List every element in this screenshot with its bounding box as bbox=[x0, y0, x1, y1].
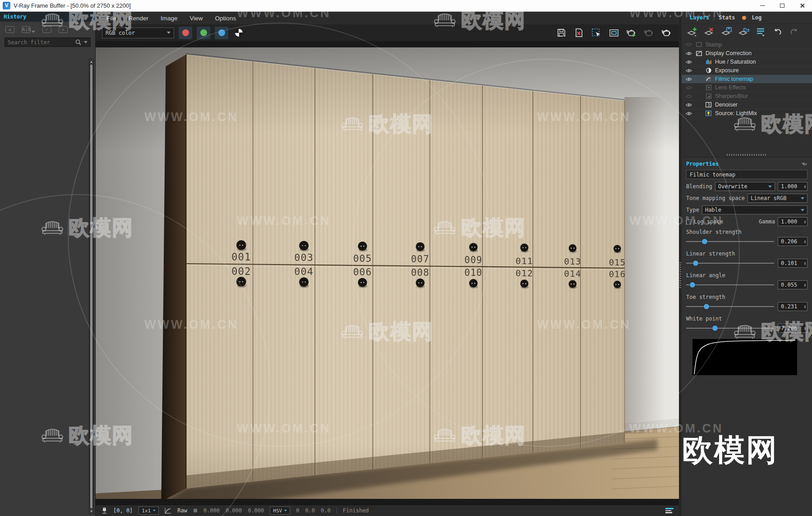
linear-strength-spinner[interactable]: 0.101 ▲▼ bbox=[778, 259, 807, 268]
spinner-arrows-icon[interactable]: ▲▼ bbox=[804, 220, 806, 223]
vertical-splitter[interactable] bbox=[679, 12, 682, 516]
channel-selector-dropdown[interactable]: RGB color bbox=[102, 28, 174, 38]
white-point-slider[interactable] bbox=[686, 325, 774, 331]
layer-row-denoiser[interactable]: Denoiser bbox=[682, 100, 812, 109]
chevron-down-icon bbox=[801, 209, 804, 211]
redo-button[interactable] bbox=[789, 27, 799, 37]
save-image-button[interactable] bbox=[555, 27, 567, 39]
color-model-dropdown[interactable]: HSV bbox=[270, 507, 290, 515]
scrollbar-thumb[interactable] bbox=[90, 65, 92, 508]
lens-effects-layer-icon bbox=[705, 85, 712, 91]
slider-thumb[interactable] bbox=[704, 304, 709, 309]
add-layer-button[interactable] bbox=[687, 27, 698, 37]
visibility-toggle-icon[interactable] bbox=[685, 103, 692, 107]
layer-options-button[interactable] bbox=[756, 27, 766, 37]
menu-view[interactable]: View bbox=[190, 15, 203, 22]
load-layer-tree-button[interactable] bbox=[738, 27, 749, 37]
properties-options-icon[interactable]: ◥▾ bbox=[802, 161, 807, 167]
set-b-button[interactable]: ✕ bbox=[59, 26, 68, 33]
layer-name-field[interactable]: Filmic tonemap bbox=[686, 170, 807, 179]
menu-image[interactable]: Image bbox=[161, 15, 178, 22]
layer-row-display-correction[interactable]: Display Correction bbox=[682, 49, 812, 57]
tab-layers[interactable]: Layers bbox=[686, 13, 713, 23]
blending-amount-spinner[interactable]: 1.000 ▲▼ bbox=[778, 182, 807, 191]
maximize-button[interactable] bbox=[772, 0, 792, 11]
slider-thumb[interactable] bbox=[702, 239, 707, 244]
zoom-level-dropdown[interactable]: 1x1 bbox=[138, 507, 159, 515]
layer-row-filmic-tonemap[interactable]: Filmic tonemap bbox=[682, 74, 812, 83]
spinner-arrows-icon[interactable]: ▲▼ bbox=[804, 326, 806, 330]
compare-ab-button[interactable]: A|B bbox=[22, 26, 35, 33]
region-render-button[interactable] bbox=[608, 27, 620, 39]
shoulder-strength-slider[interactable] bbox=[686, 239, 774, 244]
visibility-toggle-icon[interactable] bbox=[685, 60, 692, 64]
slider-thumb[interactable] bbox=[693, 260, 698, 266]
set-a-button[interactable]: ✓ bbox=[42, 26, 51, 33]
spinner-arrows-icon[interactable]: ▲▼ bbox=[804, 240, 806, 243]
stop-render-button[interactable] bbox=[643, 27, 655, 39]
stats-toggle-icon[interactable] bbox=[665, 507, 674, 514]
pixel-probe-lock-icon[interactable] bbox=[101, 507, 107, 514]
visibility-toggle-icon[interactable] bbox=[685, 69, 692, 73]
history-list[interactable] bbox=[0, 47, 95, 516]
white-point-spinner[interactable]: 7.206 ▲▼ bbox=[778, 324, 807, 333]
layer-row-stamp[interactable]: Stamp bbox=[682, 40, 812, 49]
slider-thumb[interactable] bbox=[712, 325, 718, 331]
visibility-toggle-icon[interactable] bbox=[685, 86, 692, 90]
shoulder-strength-spinner[interactable]: 0.206 ▲▼ bbox=[778, 237, 807, 246]
gamma-spinner[interactable]: 1.000 ▲▼ bbox=[778, 217, 807, 226]
layer-row-source-lightmix[interactable]: Source: LightMix bbox=[682, 109, 812, 117]
tab-stats[interactable]: Stats bbox=[715, 13, 738, 23]
blue-channel-button[interactable] bbox=[215, 27, 228, 39]
menu-render[interactable]: Render bbox=[129, 15, 148, 22]
type-dropdown[interactable]: Hable bbox=[702, 205, 807, 214]
horizontal-splitter-grip[interactable] bbox=[727, 154, 767, 156]
undo-button[interactable] bbox=[773, 27, 783, 37]
render-viewport[interactable]: 001002 003004 005006 bbox=[96, 41, 679, 505]
spinner-arrows-icon[interactable]: ▲▼ bbox=[804, 305, 806, 308]
green-channel-button[interactable] bbox=[197, 27, 210, 39]
follow-mouse-icon bbox=[591, 28, 601, 38]
layer-row-lens-effects[interactable]: Lens Effects bbox=[682, 83, 812, 92]
linear-strength-slider[interactable] bbox=[686, 260, 774, 266]
history-scrollbar[interactable]: ▲ ▼ bbox=[89, 59, 94, 514]
menu-options[interactable]: Options bbox=[215, 15, 236, 22]
minimize-button[interactable] bbox=[752, 0, 772, 11]
layer-row-hue-saturation[interactable]: Hue / Saturation bbox=[682, 57, 812, 66]
tab-log[interactable]: Log bbox=[748, 13, 765, 23]
layer-row-exposure[interactable]: Exposure bbox=[682, 66, 812, 74]
visibility-toggle-icon[interactable] bbox=[685, 77, 692, 81]
clear-image-button[interactable] bbox=[573, 27, 585, 39]
render-last-button[interactable] bbox=[626, 27, 637, 39]
visibility-toggle-icon[interactable] bbox=[685, 94, 692, 98]
visibility-toggle-icon[interactable] bbox=[685, 42, 692, 46]
spinner-arrows-icon[interactable]: ▲▼ bbox=[804, 283, 806, 287]
red-channel-button[interactable] bbox=[179, 27, 192, 39]
mono-channel-button[interactable] bbox=[233, 27, 245, 39]
toe-strength-slider[interactable] bbox=[686, 304, 774, 309]
visibility-toggle-icon[interactable] bbox=[685, 112, 692, 116]
search-options-chevron-icon[interactable] bbox=[84, 41, 88, 43]
delete-layer-button[interactable] bbox=[704, 27, 715, 37]
tone-mapping-space-dropdown[interactable]: Linear sRGB bbox=[747, 194, 807, 203]
linear-angle-slider[interactable] bbox=[686, 282, 774, 288]
spinner-arrows-icon[interactable]: ▲▼ bbox=[804, 261, 806, 265]
linear-angle-spinner[interactable]: 0.055 ▲▼ bbox=[778, 280, 807, 289]
save-to-history-button[interactable]: + bbox=[5, 26, 14, 33]
render-button[interactable] bbox=[661, 27, 673, 39]
splitter-grip[interactable] bbox=[679, 262, 681, 289]
history-search-input[interactable]: Search filter bbox=[5, 37, 91, 47]
layer-row-sharpen-blur[interactable]: Sharpen/Blur bbox=[682, 92, 812, 100]
menu-file[interactable]: File bbox=[106, 15, 116, 22]
save-layer-tree-button[interactable] bbox=[721, 27, 732, 37]
visibility-toggle-icon[interactable] bbox=[685, 51, 692, 56]
blending-dropdown[interactable]: Overwrite bbox=[715, 182, 775, 191]
scroll-up-icon[interactable]: ▲ bbox=[89, 59, 93, 64]
slider-thumb[interactable] bbox=[690, 282, 695, 288]
scroll-down-icon[interactable]: ▼ bbox=[89, 509, 93, 514]
toe-strength-spinner[interactable]: 0.231 ▲▼ bbox=[778, 302, 807, 311]
close-button[interactable] bbox=[792, 0, 812, 11]
region-follow-mouse-button[interactable] bbox=[591, 27, 602, 39]
log-space-checkbox[interactable] bbox=[686, 219, 691, 224]
spinner-arrows-icon[interactable]: ▲▼ bbox=[804, 185, 806, 188]
